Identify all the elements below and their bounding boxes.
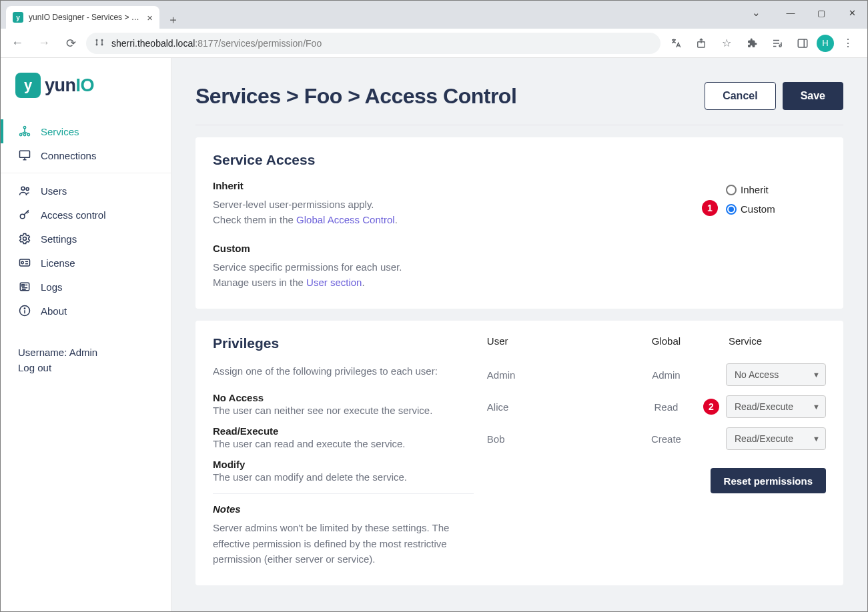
username-label: Username: Admin <box>18 345 153 361</box>
svg-point-24 <box>23 237 27 241</box>
back-button[interactable]: ← <box>6 32 29 55</box>
privilege-modify: Modify The user can modify and delete th… <box>213 459 474 483</box>
app-logo: y yunIO <box>1 58 171 117</box>
browser-tab[interactable]: y yunIO Designer - Services > Foo × <box>6 6 159 29</box>
reset-permissions-button[interactable]: Reset permissions <box>711 468 826 493</box>
key-icon <box>18 208 31 221</box>
cell-user: Bob <box>487 433 606 445</box>
new-tab-button[interactable]: ＋ <box>163 10 182 29</box>
svg-point-1 <box>101 40 103 41</box>
sidebar-item-label: About <box>41 305 67 317</box>
user-section-link[interactable]: User section <box>306 277 362 288</box>
sidebar-item-access-control[interactable]: Access control <box>1 203 171 227</box>
sidebar-item-label: Connections <box>41 150 96 161</box>
global-access-link[interactable]: Global Access Control <box>296 214 395 225</box>
gear-icon <box>18 232 31 245</box>
card-title: Service Access <box>213 152 826 168</box>
license-icon <box>18 256 31 269</box>
chevron-down-icon: ▼ <box>813 403 820 411</box>
divider <box>213 493 474 494</box>
browser-toolbar: ← → ⟳ sherri.theobald.local:8177/service… <box>1 29 867 58</box>
chevron-down-icon[interactable]: ⌄ <box>741 1 771 25</box>
sidebar-item-settings[interactable]: Settings <box>1 227 171 251</box>
maximize-button[interactable]: ▢ <box>806 1 837 25</box>
svg-point-36 <box>24 308 25 309</box>
sidebar-footer: Username: Admin Log out <box>1 333 171 387</box>
share-icon[interactable] <box>690 32 713 55</box>
address-bar[interactable]: sherri.theobald.local:8177/services/perm… <box>86 33 661 54</box>
privilege-no-access: No Access The user can neither see nor e… <box>213 392 474 416</box>
cell-user: Alice <box>487 401 606 413</box>
minimize-button[interactable]: — <box>775 1 806 25</box>
browser-tab-strip: y yunIO Designer - Services > Foo × ＋ ⌄ … <box>1 1 867 29</box>
site-settings-icon[interactable] <box>94 37 105 49</box>
cell-user: Admin <box>487 369 606 381</box>
logout-link[interactable]: Log out <box>18 362 51 373</box>
forward-button[interactable]: → <box>33 32 55 55</box>
custom-desc: Service specific permissions for each us… <box>213 259 699 291</box>
translate-icon[interactable] <box>665 32 687 55</box>
radio-icon <box>726 185 737 195</box>
bookmark-icon[interactable]: ☆ <box>715 32 738 55</box>
inherit-desc: Server-level user-permissions apply. Che… <box>213 197 699 228</box>
radio-inherit[interactable]: Inherit <box>726 184 826 195</box>
table-row: Alice Read 2 Read/Execute▼ <box>487 391 826 423</box>
svg-point-23 <box>20 214 25 219</box>
sidebar-item-license[interactable]: License <box>1 251 171 275</box>
notes-heading: Notes <box>213 503 474 515</box>
svg-point-17 <box>23 133 25 135</box>
svg-rect-12 <box>798 39 807 47</box>
sidebar-item-logs[interactable]: Logs <box>1 275 171 299</box>
services-icon <box>18 125 31 138</box>
service-access-card: Service Access Inherit Server-level user… <box>195 137 843 309</box>
service-permission-select[interactable]: No Access▼ <box>726 363 826 386</box>
sidebar-item-label: Logs <box>41 281 63 293</box>
table-row: Bob Create Read/Execute▼ <box>487 423 826 455</box>
cell-global: Create <box>606 433 726 445</box>
annotation-1: 1 <box>702 200 718 216</box>
sidebar-item-label: Services <box>41 126 79 137</box>
svg-rect-18 <box>20 151 30 157</box>
sidebar-item-services[interactable]: Services <box>1 119 171 143</box>
sidebar-item-label: Access control <box>41 209 106 221</box>
service-permission-select[interactable]: Read/Execute▼ <box>726 395 826 418</box>
tab-title: yunIO Designer - Services > Foo <box>29 13 141 22</box>
close-window-button[interactable]: ✕ <box>837 1 867 25</box>
radio-custom[interactable]: Custom <box>726 203 826 215</box>
card-title: Privileges <box>213 335 474 351</box>
save-button[interactable]: Save <box>783 82 843 110</box>
sidebar-item-users[interactable]: Users <box>1 179 171 203</box>
privileges-table: User Global Service Admin Admin No Acces… <box>487 335 826 493</box>
svg-point-0 <box>96 40 97 41</box>
sidebar-item-about[interactable]: About <box>1 299 171 323</box>
inherit-heading: Inherit <box>213 180 699 191</box>
tab-favicon: y <box>13 12 23 23</box>
radio-icon <box>726 204 737 215</box>
notes-body: Server admins won't be limited by these … <box>213 520 474 567</box>
sidebar-item-label: License <box>41 257 75 269</box>
users-icon <box>18 184 31 197</box>
divider <box>195 125 843 125</box>
sidebar: y yunIO Services Connections <box>1 58 171 611</box>
service-permission-select[interactable]: Read/Execute▼ <box>726 427 826 450</box>
reload-button[interactable]: ⟳ <box>59 32 82 55</box>
radio-label: Custom <box>741 203 775 215</box>
logs-icon <box>18 280 31 293</box>
cancel-button[interactable]: Cancel <box>705 82 775 110</box>
playlist-icon[interactable] <box>766 32 789 55</box>
connections-icon <box>18 149 31 162</box>
sidebar-item-connections[interactable]: Connections <box>1 143 171 167</box>
radio-label: Inherit <box>741 184 769 195</box>
annotation-2: 2 <box>703 399 719 415</box>
chevron-down-icon: ▼ <box>813 371 820 379</box>
svg-point-21 <box>21 187 25 190</box>
extensions-icon[interactable] <box>741 32 763 55</box>
sidepanel-icon[interactable] <box>791 32 814 55</box>
kebab-menu-icon[interactable]: ⋮ <box>837 32 859 55</box>
close-icon[interactable]: × <box>147 12 153 23</box>
url-text: sherri.theobald.local:8177/services/perm… <box>111 38 653 49</box>
svg-point-14 <box>23 127 25 129</box>
privileges-intro: Assign one of the following privileges t… <box>213 363 474 379</box>
custom-heading: Custom <box>213 243 699 254</box>
profile-avatar[interactable]: H <box>817 35 834 52</box>
